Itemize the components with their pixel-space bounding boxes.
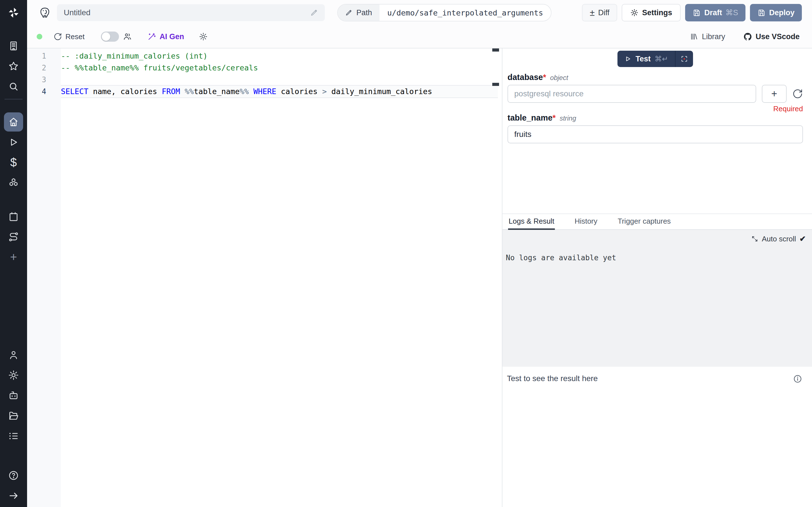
sidebar-item-resources[interactable] (0, 173, 27, 193)
database-resource-input[interactable] (507, 85, 756, 103)
folder-open-icon (8, 410, 19, 421)
tab-trigger-captures[interactable]: Trigger captures (617, 214, 671, 230)
refresh-resource-button[interactable] (792, 89, 803, 99)
calendar-icon (8, 211, 19, 222)
line-number: 1 (27, 50, 61, 62)
editor-settings-gear-icon[interactable] (199, 32, 208, 41)
library-label: Library (702, 33, 725, 41)
path-edit-section[interactable]: Path (338, 4, 379, 21)
sidebar-item-favorites[interactable] (0, 56, 27, 76)
line-number: 3 (27, 74, 61, 86)
dollar-icon: $ (10, 157, 17, 168)
diff-button[interactable]: ± Diff (582, 4, 617, 21)
test-button[interactable]: Test ⌘↵ (617, 51, 675, 67)
ai-gen-label: AI Gen (160, 33, 184, 41)
postgresql-elephant-icon (38, 6, 51, 19)
sidebar-item-schedules[interactable] (0, 207, 27, 227)
library-button[interactable]: Library (690, 33, 725, 41)
path-editor[interactable]: Path u/demo/safe_interpolated_arguments (337, 4, 552, 21)
code-line[interactable]: 2 -- %%table_name%% fruits/vegetables/ce… (27, 62, 502, 74)
use-vscode-label: Use VScode (756, 33, 800, 41)
collaboration-toggle[interactable] (101, 32, 119, 42)
result-tabs: Logs & Result History Trigger captures (502, 214, 812, 230)
deploy-label: Deploy (769, 8, 795, 17)
test-shortcut: ⌘↵ (655, 55, 668, 63)
line-number: 2 (27, 62, 61, 74)
tab-label: History (574, 217, 598, 226)
windmill-logo[interactable] (0, 0, 27, 25)
ai-gen-button[interactable]: AI Gen (147, 32, 184, 41)
play-icon (624, 55, 631, 62)
sql-comment: -- %%table_name%% fruits/vegetables/cere… (61, 63, 258, 72)
bot-icon (8, 390, 19, 401)
auto-scroll-toggle[interactable]: Auto scroll ✔ (751, 234, 806, 243)
plus-icon: + (10, 251, 17, 263)
sidebar-item-folders[interactable] (0, 406, 27, 426)
required-asterisk: * (553, 113, 556, 122)
draft-label: Draft (704, 8, 722, 17)
capture-scan-icon (680, 55, 688, 63)
sidebar-item-search[interactable] (0, 76, 27, 97)
sidebar-item-variables[interactable]: $ (0, 152, 27, 173)
tab-history[interactable]: History (574, 214, 598, 230)
code-line[interactable]: 3 (27, 74, 502, 86)
overview-ruler-marker (492, 48, 499, 52)
deploy-button[interactable]: Deploy (750, 4, 802, 21)
draft-shortcut: ⌘S (725, 8, 738, 17)
table-name-input[interactable] (507, 125, 803, 144)
script-title-box[interactable] (57, 4, 325, 21)
field-label-database: database * object (507, 73, 803, 82)
sql-statement[interactable]: SELECT name, calories FROM %%table_name%… (61, 86, 498, 98)
refresh-icon (54, 33, 62, 41)
validation-message: Required (507, 105, 803, 113)
home-icon (8, 116, 19, 128)
tab-label: Logs & Result (509, 217, 554, 226)
field-label-table-name: table_name * string (507, 113, 803, 122)
logs-empty-message: No logs are available yet (506, 253, 616, 262)
settings-button[interactable]: Settings (622, 4, 680, 21)
library-shelf-icon (690, 33, 698, 41)
required-asterisk: * (543, 73, 546, 82)
field-name: database (507, 73, 543, 82)
save-floppy-icon (757, 8, 766, 17)
script-title-input[interactable] (64, 8, 310, 17)
info-circle-icon[interactable] (793, 374, 802, 384)
star-icon (8, 61, 19, 72)
result-hint: Test to see the result here (507, 374, 598, 383)
sidebar-item-users[interactable] (0, 345, 27, 365)
use-vscode-button[interactable]: Use VScode (743, 32, 800, 41)
sidebar-item-audit-logs[interactable] (0, 426, 27, 446)
sidebar-collapse-toggle[interactable] (0, 486, 27, 506)
draft-button[interactable]: Draft ⌘S (685, 4, 746, 21)
add-resource-button[interactable]: + (762, 85, 786, 103)
pencil-icon[interactable] (310, 9, 318, 17)
sidebar-item-help[interactable] (0, 465, 27, 486)
tab-label: Trigger captures (618, 217, 671, 226)
tab-logs-result[interactable]: Logs & Result (508, 214, 555, 230)
sidebar-item-home[interactable] (0, 112, 27, 132)
save-floppy-icon (693, 8, 701, 17)
reset-button[interactable]: Reset (54, 33, 85, 41)
code-line[interactable]: 1 -- :daily_minimum_calories (int) (27, 50, 502, 62)
github-octocat-icon (743, 32, 752, 41)
code-editor[interactable]: 1 -- :daily_minimum_calories (int) 2 -- … (27, 48, 502, 507)
user-icon (8, 349, 19, 360)
path-value: u/demo/safe_interpolated_arguments (379, 4, 551, 21)
expand-arrows-icon[interactable] (751, 235, 758, 242)
sidebar-item-triggers[interactable] (0, 227, 27, 247)
capture-button[interactable] (675, 51, 693, 67)
sidebar-item-workspace[interactable] (0, 36, 27, 56)
result-panel: Test to see the result here (502, 367, 812, 507)
diff-label: Diff (598, 8, 609, 17)
sidebar-item-runs[interactable] (0, 132, 27, 152)
sidebar-item-settings[interactable] (0, 365, 27, 385)
arrow-right-icon (8, 490, 19, 501)
users-icon (123, 32, 132, 41)
code-line-current[interactable]: 4 SELECT name, calories FROM %%table_nam… (27, 86, 502, 98)
sidebar-item-workers[interactable] (0, 385, 27, 406)
topbar: Path u/demo/safe_interpolated_arguments … (27, 0, 812, 25)
building-icon (8, 40, 19, 52)
audit-list-icon (8, 431, 19, 442)
active-item-highlight (4, 112, 23, 131)
sidebar-item-add[interactable]: + (0, 247, 27, 267)
